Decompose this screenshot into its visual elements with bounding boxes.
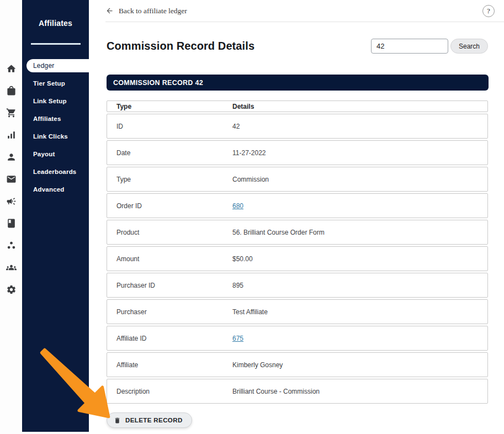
search-group: Search — [371, 39, 488, 54]
megaphone-icon[interactable] — [0, 190, 22, 212]
row-value: Commission — [232, 176, 487, 183]
table-row-id: ID 42 — [107, 114, 488, 139]
row-value: Brilliant Course - Commission — [232, 388, 487, 395]
cart-icon[interactable] — [0, 102, 22, 124]
row-value: 11-27-2022 — [232, 149, 487, 157]
icon-rail — [0, 0, 22, 434]
home-icon[interactable] — [0, 57, 22, 80]
table-row-amount: Amount $50.00 — [107, 246, 488, 271]
mail-icon[interactable] — [0, 168, 22, 190]
delete-record-button[interactable]: DELETE RECORD — [107, 412, 192, 428]
sidebar-item-affiliates[interactable]: Affiliates — [22, 110, 89, 128]
search-input[interactable] — [371, 39, 448, 54]
row-label: Purchaser — [107, 308, 232, 316]
sidebar: Affiliates Ledger Tier Setup Link Setup … — [22, 0, 89, 432]
row-value: 680 — [232, 202, 487, 210]
table-row-purchaser: Purchaser Test Affiliate — [107, 299, 488, 324]
search-button[interactable]: Search — [450, 39, 488, 54]
sidebar-item-link-clicks[interactable]: Link Clicks — [22, 128, 89, 145]
row-label: Date — [107, 149, 232, 157]
person-icon[interactable] — [0, 146, 22, 168]
row-label: ID — [107, 123, 232, 130]
sidebar-item-payout[interactable]: Payout — [22, 145, 89, 163]
help-button[interactable]: ? — [482, 5, 495, 17]
table-row-order-id: Order ID 680 — [107, 193, 488, 218]
topbar: Back to affiliate ledger ? — [105, 0, 504, 22]
main-content: Back to affiliate ledger ? Commission Re… — [89, 0, 504, 434]
row-label: Description — [107, 388, 232, 395]
row-value: $50.00 — [232, 255, 487, 263]
book-icon[interactable] — [0, 212, 22, 234]
table-row-product: Product 56. Brilliant Course Order Form — [107, 220, 488, 245]
column-header-details: Details — [232, 103, 487, 110]
cluster-icon[interactable] — [0, 234, 22, 256]
row-label: Type — [107, 176, 232, 183]
shop-icon[interactable] — [0, 80, 22, 102]
page-header: Commission Record Details Search — [89, 22, 504, 54]
row-value: 42 — [232, 123, 487, 130]
row-value: Kimberly Gosney — [232, 361, 487, 369]
app-window: Affiliates Ledger Tier Setup Link Setup … — [0, 0, 504, 434]
table-row-type: Type Commission — [107, 167, 488, 192]
gear-icon[interactable] — [0, 278, 22, 300]
row-label: Product — [107, 229, 232, 236]
details-table: Type Details ID 42 Date 11-27-2022 Type … — [107, 100, 488, 404]
row-label: Order ID — [107, 202, 232, 210]
sidebar-divider — [31, 43, 81, 45]
commission-record-panel-header: COMMISSION RECORD 42 — [107, 75, 489, 91]
sidebar-item-tier-setup[interactable]: Tier Setup — [22, 75, 89, 92]
sidebar-title: Affiliates — [22, 19, 89, 28]
table-row-affiliate: Affiliate Kimberly Gosney — [107, 352, 488, 377]
bar-chart-icon[interactable] — [0, 124, 22, 146]
sidebar-nav: Ledger Tier Setup Link Setup Affiliates … — [22, 59, 89, 198]
page-title: Commission Record Details — [107, 40, 254, 52]
row-label: Purchaser ID — [107, 282, 232, 289]
back-arrow-icon — [105, 7, 114, 15]
row-label: Affiliate ID — [107, 335, 232, 342]
back-link-label: Back to affiliate ledger — [119, 7, 187, 15]
help-icon: ? — [487, 7, 490, 15]
actions-row: DELETE RECORD — [107, 412, 504, 428]
row-value: Test Affiliate — [232, 308, 487, 316]
row-value: 895 — [232, 282, 487, 289]
delete-record-label: DELETE RECORD — [125, 417, 183, 424]
column-header-type: Type — [107, 103, 232, 110]
table-row-purchaser-id: Purchaser ID 895 — [107, 273, 488, 298]
row-value: 56. Brilliant Course Order Form — [232, 229, 487, 236]
order-id-link[interactable]: 680 — [232, 202, 243, 210]
trash-icon — [114, 417, 121, 424]
row-value: 675 — [232, 335, 487, 342]
sidebar-item-link-setup[interactable]: Link Setup — [22, 92, 89, 110]
row-label: Amount — [107, 255, 232, 263]
affiliate-id-link[interactable]: 675 — [232, 335, 243, 342]
table-row-description: Description Brilliant Course - Commissio… — [107, 379, 488, 404]
back-link[interactable]: Back to affiliate ledger — [105, 7, 187, 15]
table-row-date: Date 11-27-2022 — [107, 140, 488, 165]
sidebar-item-ledger[interactable]: Ledger — [26, 59, 89, 72]
sidebar-item-advanced[interactable]: Advanced — [22, 181, 89, 198]
table-row-affiliate-id: Affiliate ID 675 — [107, 326, 488, 351]
sidebar-item-leaderboards[interactable]: Leaderboards — [22, 163, 89, 181]
row-label: Affiliate — [107, 361, 232, 369]
table-header-row: Type Details — [107, 100, 488, 112]
people-icon[interactable] — [0, 256, 22, 278]
